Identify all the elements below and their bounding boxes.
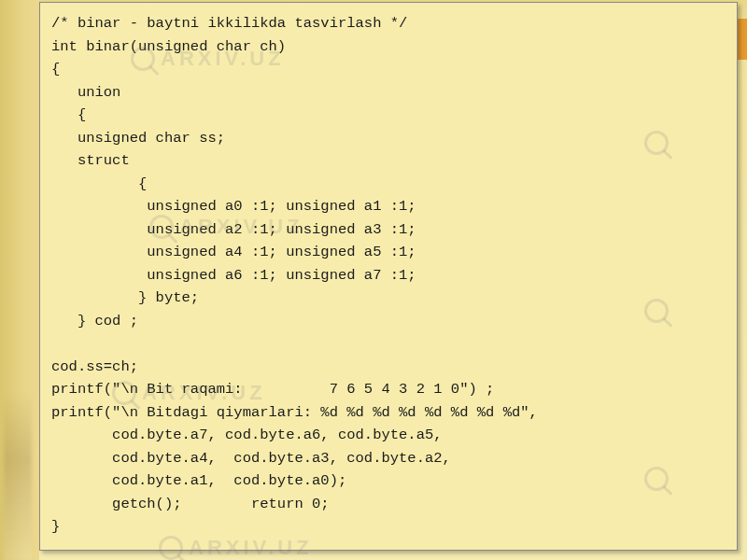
left-margin-strip — [0, 0, 39, 560]
code-panel: /* binar - baytni ikkilikda tasvirlash *… — [39, 2, 738, 551]
code-block: /* binar - baytni ikkilikda tasvirlash *… — [51, 12, 726, 539]
